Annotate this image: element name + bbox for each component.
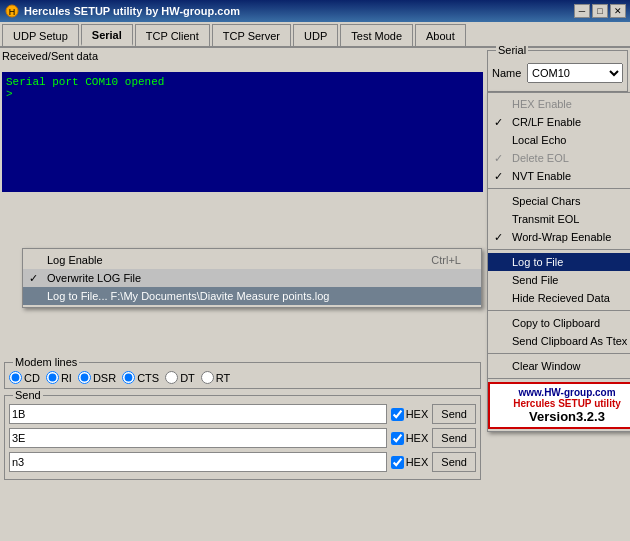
ctx-local-echo[interactable]: Local Echo [488, 131, 630, 149]
send-button-3[interactable]: Send [432, 452, 476, 472]
send-input-3[interactable] [9, 452, 387, 472]
info-box-app-title: Hercules SETUP utility [493, 398, 630, 409]
terminal-line-1: Serial port COM10 opened [6, 76, 479, 88]
ctx-sep-3 [488, 310, 630, 311]
tab-tcp-client[interactable]: TCP Client [135, 24, 210, 46]
modem-cts: CTS [122, 371, 159, 384]
tab-udp[interactable]: UDP [293, 24, 338, 46]
app-icon: H [4, 3, 20, 19]
right-context-menu: HEX Enable ✓ CR/LF Enable Local Echo ✓ D… [487, 92, 630, 432]
tab-bar: UDP Setup Serial TCP Client TCP Server U… [0, 22, 630, 48]
send-row-1: HEX Send [9, 404, 476, 424]
ctx-log-enable[interactable]: Log Enable Ctrl+L [23, 251, 481, 269]
ctx-send-file[interactable]: Send File [488, 271, 630, 289]
tab-about[interactable]: About [415, 24, 466, 46]
name-label: Name [492, 67, 527, 79]
ctx-transmit-eol[interactable]: Transmit EOL [488, 210, 630, 228]
ctx-special-chars[interactable]: Special Chars [488, 192, 630, 210]
serial-group-label: Serial [496, 44, 528, 56]
send-group: Send HEX Send HEX Send [4, 395, 481, 480]
maximize-button[interactable]: □ [592, 4, 608, 18]
ctx-clear-window[interactable]: Clear Window [488, 357, 630, 375]
send-button-1[interactable]: Send [432, 404, 476, 424]
com-port-select[interactable]: COM10 [527, 63, 623, 83]
send-row-3: HEX Send [9, 452, 476, 472]
hex-check-2: HEX [391, 432, 429, 445]
window-controls: ─ □ ✕ [574, 4, 626, 18]
tab-test-mode[interactable]: Test Mode [340, 24, 413, 46]
svg-text:H: H [9, 7, 16, 17]
ctx-sep-2 [488, 249, 630, 250]
received-sent-label: Received/Sent data [2, 50, 483, 62]
ctx-sep-5 [488, 378, 630, 379]
ctx-log-to-file[interactable]: Log to File... F:\My Documents\Diavite M… [23, 287, 481, 305]
hex-check-3: HEX [391, 456, 429, 469]
modem-ri: RI [46, 371, 72, 384]
modem-dsr: DSR [78, 371, 116, 384]
send-button-2[interactable]: Send [432, 428, 476, 448]
info-box: www.HW-group.com Hercules SETUP utility … [488, 382, 630, 429]
modem-lines-group: Modem lines CD RI DSR CTS DT [4, 362, 481, 389]
terminal-area[interactable]: Serial port COM10 opened > [2, 72, 483, 192]
left-context-menu: Log Enable Ctrl+L ✓ Overwrite LOG File L… [22, 248, 482, 308]
minimize-button[interactable]: ─ [574, 4, 590, 18]
name-row: Name COM10 [492, 63, 623, 83]
ctx-crlf-enable[interactable]: ✓ CR/LF Enable [488, 113, 630, 131]
ctx-word-wrap[interactable]: ✓ Word-Wrap Eenable [488, 228, 630, 246]
send-group-label: Send [13, 389, 43, 401]
ctx-hex-enable: HEX Enable [488, 95, 630, 113]
hex-check-1: HEX [391, 408, 429, 421]
send-input-1[interactable] [9, 404, 387, 424]
ctx-sep-4 [488, 353, 630, 354]
tab-udp-setup[interactable]: UDP Setup [2, 24, 79, 46]
modem-row: CD RI DSR CTS DT RT [9, 367, 476, 384]
ctx-send-clipboard[interactable]: Send Clipboard As Ttex [488, 332, 630, 350]
ctx-hide-received[interactable]: Hide Recieved Data [488, 289, 630, 307]
right-panel: Serial Name COM10 HEX Enable ✓ CR/LF Ena… [485, 48, 630, 519]
modem-rt: RT [201, 371, 230, 384]
ctx-sep-1 [488, 188, 630, 189]
tab-serial[interactable]: Serial [81, 24, 133, 46]
ctx-log-to-file-right[interactable]: Log to File [488, 253, 630, 271]
close-button[interactable]: ✕ [610, 4, 626, 18]
title-bar: H Hercules SETUP utility by HW-group.com… [0, 0, 630, 22]
ctx-nvt-enable[interactable]: ✓ NVT Enable [488, 167, 630, 185]
terminal-line-2: > [6, 88, 479, 100]
ctx-overwrite-log[interactable]: ✓ Overwrite LOG File [23, 269, 481, 287]
ctx-delete-eol: ✓ Delete EOL [488, 149, 630, 167]
modem-cd: CD [9, 371, 40, 384]
ctx-copy-clipboard[interactable]: Copy to Clipboard [488, 314, 630, 332]
send-row-2: HEX Send [9, 428, 476, 448]
main-content: Received/Sent data Serial port COM10 ope… [0, 48, 630, 519]
info-box-url: www.HW-group.com [493, 387, 630, 398]
info-box-version: Version3.2.3 [493, 409, 630, 424]
modem-dt: DT [165, 371, 195, 384]
modem-lines-label: Modem lines [13, 356, 79, 368]
serial-group: Serial Name COM10 [487, 50, 628, 92]
tab-tcp-server[interactable]: TCP Server [212, 24, 291, 46]
send-input-2[interactable] [9, 428, 387, 448]
window-title: Hercules SETUP utility by HW-group.com [24, 5, 240, 17]
